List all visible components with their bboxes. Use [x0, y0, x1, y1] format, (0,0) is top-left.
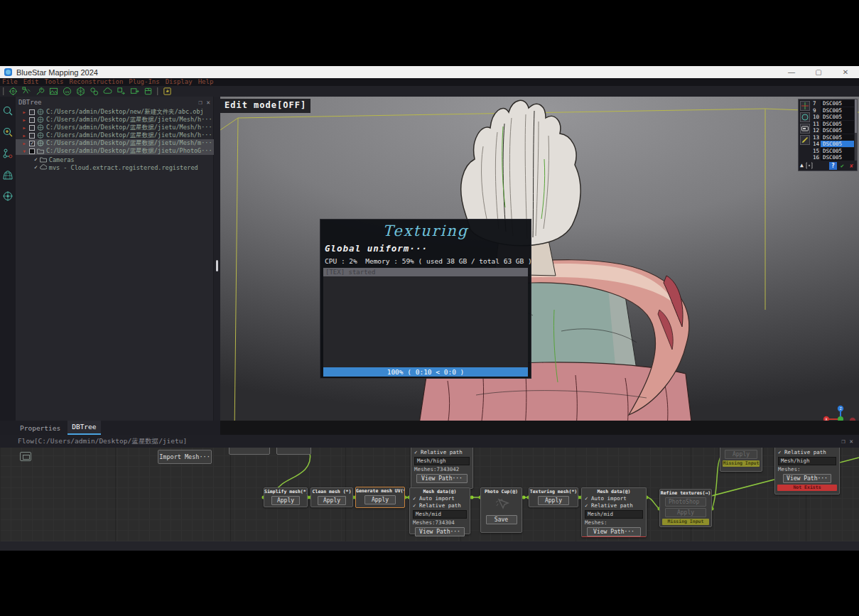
- menu-edit[interactable]: Edit: [23, 78, 39, 86]
- relative-path-checkbox[interactable]: ✓ Relative path: [775, 449, 839, 456]
- clipped-button[interactable]: [276, 448, 311, 455]
- apply-button[interactable]: Apply: [271, 496, 300, 505]
- auto-import-checkbox[interactable]: ✓ Auto import: [410, 495, 470, 502]
- tree-row[interactable]: ▶ C:/Users/admin/Desktop/蓝星数据/jietu/Mesh…: [16, 124, 214, 131]
- uv-unwrap-icon[interactable]: uv: [63, 87, 72, 96]
- tab-dbtree[interactable]: DBTree: [67, 421, 100, 435]
- close-panel-icon[interactable]: ✕: [850, 438, 853, 445]
- view-path-button[interactable]: View Path···: [415, 527, 465, 536]
- menu-reconstruction[interactable]: Reconstruction: [69, 78, 123, 86]
- maximize-button[interactable]: ▢: [805, 66, 832, 78]
- float-panel-icon[interactable]: ❐: [841, 438, 845, 445]
- frame-marker-icon[interactable]: [806, 162, 813, 169]
- photo-row[interactable]: 12DSC005: [811, 127, 857, 134]
- close-button[interactable]: ✕: [832, 66, 859, 78]
- menu-file[interactable]: File: [2, 78, 18, 86]
- import-mesh-button[interactable]: Import Mesh···: [158, 450, 212, 464]
- check-glyph[interactable]: ✓: [34, 164, 38, 171]
- photo-row[interactable]: 13DSC005: [811, 134, 857, 141]
- menu-display[interactable]: Display: [166, 78, 193, 86]
- crop-region-icon[interactable]: [22, 87, 31, 96]
- path-input[interactable]: Mesh/high: [414, 457, 470, 465]
- menu-tools[interactable]: Tools: [44, 78, 63, 86]
- tree-row[interactable]: ✓ mvs - Cloud.extract.registered.registe…: [16, 163, 214, 171]
- node-simplify-mesh[interactable]: Simplify mesh(*) Apply: [264, 487, 308, 507]
- apply-button-disabled[interactable]: Apply: [725, 450, 757, 459]
- clipped-button[interactable]: [229, 448, 270, 455]
- node-generate-mesh-uv[interactable]: Generate mesh UV(*) Apply: [355, 487, 405, 508]
- photo-row[interactable]: 9DSC005: [811, 107, 857, 114]
- viewport-3d[interactable]: Shining 3d.com: [220, 97, 859, 433]
- tree-row[interactable]: ▶ C:/Users/admin/Desktop/蓝星数据/jietu/Mesh…: [16, 116, 214, 124]
- mesh-box-icon[interactable]: [76, 87, 85, 96]
- expand-arrow-icon[interactable]: ▶: [21, 125, 27, 130]
- accept-button[interactable]: ✔: [838, 162, 846, 170]
- flow-home-icon[interactable]: [20, 452, 31, 461]
- reject-button[interactable]: ✘: [848, 162, 855, 170]
- node-graph-icon[interactable]: [2, 148, 13, 159]
- tree-row[interactable]: ▶ C:/Users/admin/Desktop/new/新建文件夹/abc.o…: [16, 108, 214, 116]
- photo-row-selected[interactable]: 14DSC005: [811, 141, 857, 148]
- node-refine-textures[interactable]: Refine textures(→) PhotoShop Apply Missi…: [659, 489, 712, 527]
- tools-wrench-icon[interactable]: [36, 87, 45, 96]
- tree-row-selected[interactable]: ▼ C:/Users/admin/Desktop/蓝星数据/jietu/Phot…: [16, 147, 214, 155]
- search-icon[interactable]: [2, 105, 13, 117]
- float-panel-icon[interactable]: ❐: [198, 99, 202, 106]
- view-path-button[interactable]: View Path···: [416, 474, 468, 483]
- apply-button[interactable]: Apply: [318, 496, 346, 505]
- view-path-button[interactable]: View Path···: [587, 527, 641, 536]
- row-checkbox[interactable]: [29, 117, 35, 123]
- tree-row[interactable]: ▶ C:/Users/admin/Desktop/蓝星数据/jietu/Mesh…: [16, 131, 214, 139]
- path-input[interactable]: Mesh/mid: [585, 510, 643, 519]
- expand-arrow-icon[interactable]: ▶: [21, 117, 27, 122]
- box-transfer-icon[interactable]: [117, 87, 126, 96]
- sync-gears-icon[interactable]: [90, 87, 99, 96]
- plugin-power-icon[interactable]: [163, 87, 172, 96]
- path-input[interactable]: Mesh/high: [778, 457, 836, 465]
- photo-row[interactable]: 16DSC005: [811, 154, 857, 161]
- collapse-arrow-icon[interactable]: ▼: [21, 148, 27, 153]
- minimize-button[interactable]: —: [778, 66, 805, 78]
- display-card-icon[interactable]: [800, 124, 810, 134]
- package-box-icon[interactable]: [144, 87, 153, 96]
- close-panel-icon[interactable]: ✕: [207, 99, 210, 106]
- check-glyph[interactable]: ✓: [34, 156, 38, 163]
- expand-arrow-icon[interactable]: ▶: [21, 109, 27, 114]
- settings-gear-icon[interactable]: [9, 87, 18, 96]
- row-checkbox[interactable]: [29, 125, 35, 131]
- relative-path-checkbox[interactable]: ✓ Relative path: [411, 449, 472, 456]
- photo-row[interactable]: 7DSC005: [811, 100, 857, 107]
- row-checkbox[interactable]: [29, 133, 35, 139]
- save-button[interactable]: Save: [486, 515, 517, 524]
- photo-row[interactable]: 11DSC005: [811, 121, 857, 128]
- edit-pencil-icon[interactable]: [800, 135, 810, 145]
- node-clipped-apply[interactable]: Apply Missing Input: [720, 448, 762, 472]
- splitter-handle[interactable]: [216, 260, 218, 271]
- apply-button[interactable]: Apply: [538, 496, 569, 505]
- auto-import-checkbox[interactable]: ✓ Auto import: [582, 495, 646, 502]
- apply-button[interactable]: Apply: [364, 495, 396, 504]
- tree-row-selected[interactable]: ▶ ✓ C:/Users/admin/Desktop/蓝星数据/jietu/Me…: [16, 139, 214, 147]
- help-button[interactable]: ?: [829, 162, 837, 170]
- photo-row[interactable]: 15DSC005: [811, 148, 857, 155]
- photo-row[interactable]: 10DSC005: [811, 114, 857, 121]
- flow-node-canvas[interactable]: Import Mesh··· ✓ Relative path Mesh/high…: [0, 448, 859, 541]
- orbit-target-icon[interactable]: [2, 190, 13, 202]
- menu-help[interactable]: Help: [198, 78, 214, 86]
- node-texturing-mesh[interactable]: Texturing mesh(*) Apply: [529, 487, 578, 507]
- expand-up-icon[interactable]: ▲: [800, 163, 804, 168]
- node-mesh-data-mid[interactable]: Mesh data(@) ✓ Auto import ✓ Relative pa…: [409, 487, 470, 534]
- image-export-icon[interactable]: [130, 87, 139, 96]
- node-clean-mesh[interactable]: Clean mesh (*) Apply: [310, 487, 353, 507]
- move-icon[interactable]: [800, 101, 810, 111]
- path-input[interactable]: Mesh/mid: [413, 510, 467, 519]
- image-edit-icon[interactable]: [49, 87, 58, 96]
- mesh-cage-icon[interactable]: [2, 169, 13, 180]
- expand-arrow-icon[interactable]: ▶: [21, 133, 27, 138]
- node-mesh-data-right[interactable]: Mesh data(@) ✓ Auto import ✓ Relative pa…: [581, 487, 647, 537]
- apply-button-disabled[interactable]: Apply: [665, 508, 706, 517]
- expand-arrow-icon[interactable]: ▶: [21, 141, 27, 146]
- photo-scrollbar[interactable]: [855, 99, 857, 161]
- node-mesh-data-high[interactable]: ✓ Relative path Mesh/high Meshes:7343042…: [411, 448, 473, 489]
- relative-path-checkbox[interactable]: ✓ Relative path: [582, 502, 646, 509]
